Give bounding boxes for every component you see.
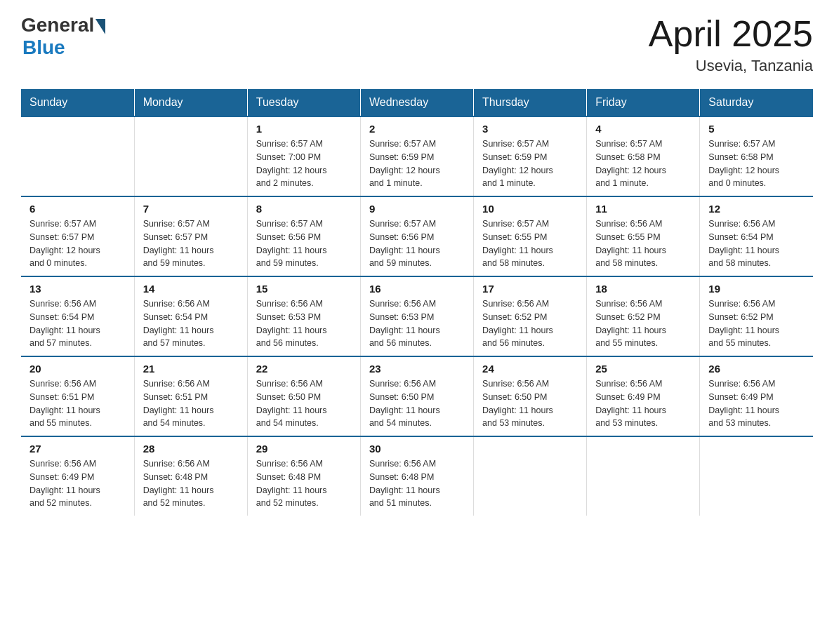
day-info: Sunrise: 6:56 AMSunset: 6:49 PMDaylight:…	[708, 377, 805, 430]
calendar-header-friday: Friday	[587, 89, 700, 116]
logo-arrow-icon	[95, 19, 105, 34]
calendar-header-saturday: Saturday	[700, 89, 813, 116]
day-number: 13	[29, 283, 126, 295]
day-number: 4	[595, 123, 691, 135]
calendar-cell: 25Sunrise: 6:56 AMSunset: 6:49 PMDayligh…	[587, 356, 700, 436]
calendar-cell: 1Sunrise: 6:57 AMSunset: 7:00 PMDaylight…	[247, 116, 360, 196]
day-number: 15	[256, 283, 352, 295]
calendar-cell: 9Sunrise: 6:57 AMSunset: 6:56 PMDaylight…	[360, 196, 473, 276]
day-info: Sunrise: 6:56 AMSunset: 6:55 PMDaylight:…	[595, 217, 691, 270]
title-block: April 2025 Usevia, Tanzania	[649, 14, 813, 75]
day-number: 20	[29, 363, 126, 375]
day-info: Sunrise: 6:56 AMSunset: 6:53 PMDaylight:…	[369, 297, 465, 350]
calendar-cell: 17Sunrise: 6:56 AMSunset: 6:52 PMDayligh…	[474, 276, 587, 356]
day-info: Sunrise: 6:57 AMSunset: 6:56 PMDaylight:…	[369, 217, 465, 270]
day-number: 16	[369, 283, 465, 295]
calendar-cell: 8Sunrise: 6:57 AMSunset: 6:56 PMDaylight…	[247, 196, 360, 276]
calendar-cell: 11Sunrise: 6:56 AMSunset: 6:55 PMDayligh…	[587, 196, 700, 276]
day-number: 1	[256, 123, 352, 135]
calendar-cell: 12Sunrise: 6:56 AMSunset: 6:54 PMDayligh…	[700, 196, 813, 276]
day-info: Sunrise: 6:57 AMSunset: 6:57 PMDaylight:…	[143, 217, 239, 270]
day-info: Sunrise: 6:56 AMSunset: 6:48 PMDaylight:…	[256, 457, 352, 510]
day-info: Sunrise: 6:56 AMSunset: 6:49 PMDaylight:…	[29, 457, 126, 510]
day-number: 17	[482, 283, 578, 295]
calendar-header-row: SundayMondayTuesdayWednesdayThursdayFrid…	[21, 89, 813, 116]
day-number: 14	[143, 283, 239, 295]
logo: General Blue	[21, 14, 105, 59]
calendar-cell: 15Sunrise: 6:56 AMSunset: 6:53 PMDayligh…	[247, 276, 360, 356]
calendar-week-5: 27Sunrise: 6:56 AMSunset: 6:49 PMDayligh…	[21, 436, 813, 516]
day-info: Sunrise: 6:56 AMSunset: 6:53 PMDaylight:…	[256, 297, 352, 350]
calendar-cell: 20Sunrise: 6:56 AMSunset: 6:51 PMDayligh…	[21, 356, 134, 436]
day-info: Sunrise: 6:56 AMSunset: 6:54 PMDaylight:…	[143, 297, 239, 350]
day-info: Sunrise: 6:57 AMSunset: 6:59 PMDaylight:…	[482, 137, 578, 190]
calendar-cell: 6Sunrise: 6:57 AMSunset: 6:57 PMDaylight…	[21, 196, 134, 276]
day-number: 29	[256, 443, 352, 455]
calendar-table: SundayMondayTuesdayWednesdayThursdayFrid…	[21, 89, 813, 516]
calendar-cell: 14Sunrise: 6:56 AMSunset: 6:54 PMDayligh…	[134, 276, 247, 356]
calendar-cell: 21Sunrise: 6:56 AMSunset: 6:51 PMDayligh…	[134, 356, 247, 436]
calendar-cell: 27Sunrise: 6:56 AMSunset: 6:49 PMDayligh…	[21, 436, 134, 516]
day-number: 5	[708, 123, 805, 135]
calendar-cell: 4Sunrise: 6:57 AMSunset: 6:58 PMDaylight…	[587, 116, 700, 196]
day-number: 28	[143, 443, 239, 455]
day-number: 11	[595, 203, 691, 215]
day-number: 12	[708, 203, 805, 215]
calendar-cell: 23Sunrise: 6:56 AMSunset: 6:50 PMDayligh…	[360, 356, 473, 436]
day-info: Sunrise: 6:57 AMSunset: 7:00 PMDaylight:…	[256, 137, 352, 190]
calendar-header-wednesday: Wednesday	[360, 89, 473, 116]
day-info: Sunrise: 6:57 AMSunset: 6:56 PMDaylight:…	[256, 217, 352, 270]
day-number: 26	[708, 363, 805, 375]
calendar-cell: 3Sunrise: 6:57 AMSunset: 6:59 PMDaylight…	[474, 116, 587, 196]
calendar-header-thursday: Thursday	[474, 89, 587, 116]
day-number: 19	[708, 283, 805, 295]
day-info: Sunrise: 6:56 AMSunset: 6:50 PMDaylight:…	[369, 377, 465, 430]
day-number: 6	[29, 203, 126, 215]
calendar-cell: 18Sunrise: 6:56 AMSunset: 6:52 PMDayligh…	[587, 276, 700, 356]
day-number: 21	[143, 363, 239, 375]
day-number: 10	[482, 203, 578, 215]
calendar-cell: 19Sunrise: 6:56 AMSunset: 6:52 PMDayligh…	[700, 276, 813, 356]
day-number: 18	[595, 283, 691, 295]
day-info: Sunrise: 6:56 AMSunset: 6:51 PMDaylight:…	[29, 377, 126, 430]
day-number: 7	[143, 203, 239, 215]
day-info: Sunrise: 6:56 AMSunset: 6:49 PMDaylight:…	[595, 377, 691, 430]
page-header: General Blue April 2025 Usevia, Tanzania	[21, 14, 813, 75]
calendar-cell	[134, 116, 247, 196]
day-info: Sunrise: 6:56 AMSunset: 6:51 PMDaylight:…	[143, 377, 239, 430]
day-number: 30	[369, 443, 465, 455]
day-info: Sunrise: 6:56 AMSunset: 6:54 PMDaylight:…	[29, 297, 126, 350]
calendar-week-2: 6Sunrise: 6:57 AMSunset: 6:57 PMDaylight…	[21, 196, 813, 276]
day-number: 23	[369, 363, 465, 375]
day-number: 22	[256, 363, 352, 375]
calendar-cell: 28Sunrise: 6:56 AMSunset: 6:48 PMDayligh…	[134, 436, 247, 516]
location-title: Usevia, Tanzania	[649, 57, 813, 75]
calendar-week-3: 13Sunrise: 6:56 AMSunset: 6:54 PMDayligh…	[21, 276, 813, 356]
calendar-cell: 10Sunrise: 6:57 AMSunset: 6:55 PMDayligh…	[474, 196, 587, 276]
day-info: Sunrise: 6:56 AMSunset: 6:52 PMDaylight:…	[708, 297, 805, 350]
calendar-cell	[21, 116, 134, 196]
day-number: 9	[369, 203, 465, 215]
day-number: 3	[482, 123, 578, 135]
calendar-cell: 5Sunrise: 6:57 AMSunset: 6:58 PMDaylight…	[700, 116, 813, 196]
calendar-cell: 30Sunrise: 6:56 AMSunset: 6:48 PMDayligh…	[360, 436, 473, 516]
calendar-cell	[700, 436, 813, 516]
calendar-week-4: 20Sunrise: 6:56 AMSunset: 6:51 PMDayligh…	[21, 356, 813, 436]
calendar-cell: 24Sunrise: 6:56 AMSunset: 6:50 PMDayligh…	[474, 356, 587, 436]
day-number: 8	[256, 203, 352, 215]
calendar-cell: 13Sunrise: 6:56 AMSunset: 6:54 PMDayligh…	[21, 276, 134, 356]
day-info: Sunrise: 6:56 AMSunset: 6:48 PMDaylight:…	[369, 457, 465, 510]
day-info: Sunrise: 6:56 AMSunset: 6:54 PMDaylight:…	[708, 217, 805, 270]
day-info: Sunrise: 6:57 AMSunset: 6:58 PMDaylight:…	[708, 137, 805, 190]
day-number: 24	[482, 363, 578, 375]
day-info: Sunrise: 6:56 AMSunset: 6:50 PMDaylight:…	[256, 377, 352, 430]
month-title: April 2025	[649, 14, 813, 54]
calendar-cell: 26Sunrise: 6:56 AMSunset: 6:49 PMDayligh…	[700, 356, 813, 436]
day-number: 27	[29, 443, 126, 455]
day-info: Sunrise: 6:57 AMSunset: 6:59 PMDaylight:…	[369, 137, 465, 190]
logo-blue-text: Blue	[22, 36, 65, 59]
day-info: Sunrise: 6:56 AMSunset: 6:52 PMDaylight:…	[482, 297, 578, 350]
calendar-cell	[587, 436, 700, 516]
calendar-cell: 16Sunrise: 6:56 AMSunset: 6:53 PMDayligh…	[360, 276, 473, 356]
calendar-header-monday: Monday	[134, 89, 247, 116]
